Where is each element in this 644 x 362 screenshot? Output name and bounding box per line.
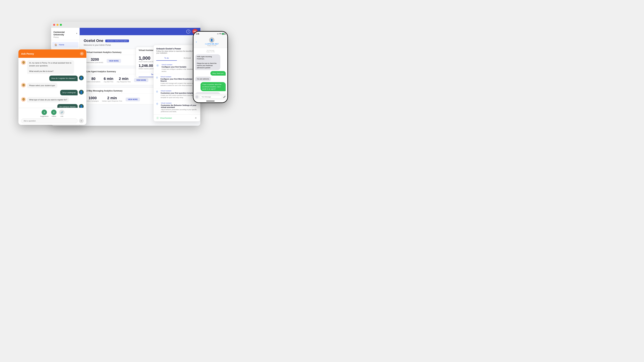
user-avatar-chat-2: 👤 <box>79 90 84 94</box>
messaging-view-more-button[interactable]: VIEW MORE <box>126 97 140 101</box>
contact-sub: Today 1:22 PM <box>198 45 225 46</box>
chat-close-button[interactable]: ✕ <box>80 52 84 55</box>
phone-bubble-incoming-3: Hello, my name is Rachel Spears and I'm … <box>195 92 220 94</box>
close-dot[interactable] <box>53 24 55 26</box>
page-title: Ocelot One <box>84 38 103 43</box>
videos-item[interactable]: 2 Videos <box>51 110 56 117</box>
list-item: ⓘ Virtual Assistant Customize the Behavi… <box>154 100 200 114</box>
avg-wait-label: Avg Wait Time <box>104 81 114 83</box>
chat-msg-text-3: What type of class do you want to regist… <box>29 99 67 101</box>
chat-bubble-user: How do I register for classes? <box>49 76 78 81</box>
chat-suggestions: 2 Suggestions 2 Videos 🔗 Link <box>21 110 84 117</box>
chat-message-4: 👤 1st yr undergrad <box>21 90 84 95</box>
calc-badge[interactable]: Calculation Method Description <box>105 39 129 42</box>
maximize-dot[interactable] <box>60 24 62 26</box>
chat-bubble-2: Please select your student type: <box>27 83 57 88</box>
unleash-close-button[interactable]: ✕ <box>194 116 198 120</box>
phone-back-button[interactable]: ‹ <box>196 40 197 43</box>
wifi-icon <box>219 33 221 35</box>
help-button[interactable]: ? <box>186 29 190 33</box>
va-interactions-stat: 3200 Interactions (Last Month) <box>86 57 103 63</box>
sidebar-username: Penny <box>54 36 77 38</box>
link-item[interactable]: 🔗 Link <box>59 110 64 117</box>
titlebar <box>51 22 200 28</box>
chat-message-2: 👤 How do I register for classes? <box>21 76 84 81</box>
va-info-icon-3: ⓘ <box>156 90 158 93</box>
phone-text-input[interactable] <box>200 95 222 98</box>
median-response-label: Median Agent Response Time <box>102 100 122 102</box>
chat-input[interactable] <box>21 118 78 123</box>
unleash-item-content-4: Virtual Assistant Customize the Behavior… <box>161 102 198 113</box>
unleash-item-desc-4: Adjust behavior parameters according to … <box>161 109 198 113</box>
chat-messages: 🦁 Hi, my name is Penny. I'm a virtual as… <box>18 58 86 108</box>
sidebar-header: Centennial University ▾ Penny <box>51 28 80 40</box>
phone-home-indicator <box>194 100 227 102</box>
videos-badge: 2 <box>51 110 56 115</box>
user-avatar-chat-3: 👤 <box>79 104 84 108</box>
unleash-item-type-4: Virtual Assistant <box>161 102 198 104</box>
chat-bubble-user-3: On-campus classes <box>57 104 78 108</box>
chat-msg-text-user-3: On-campus classes <box>59 106 76 108</box>
home-bar <box>206 101 214 101</box>
topbar: ? MK <box>80 28 200 35</box>
va-view-more-button[interactable]: VIEW MORE <box>107 59 121 63</box>
va-interactions-label: Interactions (Last Month) <box>86 62 103 63</box>
unleash-subtitle: Follow the steps below to maximize the b… <box>156 50 198 54</box>
unleash-title: Unleash Ocelot's Power <box>156 47 198 50</box>
suggestions-item[interactable]: 2 Suggestions <box>40 110 48 117</box>
unleash-item-title: Configure your first Variable <box>162 66 198 68</box>
chat-message-6: 👤 On-campus classes <box>21 104 84 108</box>
chat-bubble-3: What type of class do you want to regist… <box>27 97 69 103</box>
phone-bubble-incoming-1: Hello Again Incoming Freshman,Please be … <box>195 54 220 70</box>
chat-msg-text: Hi, my name is Penny. I'm a virtual assi… <box>29 62 72 72</box>
phone-mic-icon[interactable]: 🎤 <box>223 96 226 98</box>
org-selector[interactable]: Centennial University ▾ <box>54 31 77 36</box>
user-avatar-chat: 👤 <box>79 76 84 80</box>
median-response-stat: 2 min Median Agent Response Time <box>102 96 122 102</box>
live-agent-view-more-button[interactable]: VIEW MORE <box>134 78 148 82</box>
suggestions-label: Suggestions <box>40 115 48 117</box>
unleash-item-type-3: Virtual Assistant <box>160 90 198 92</box>
link-icon: 🔗 <box>59 110 64 115</box>
chat-bubble-user-2: 1st yr undergrad <box>60 90 78 95</box>
sidebar-item-home[interactable]: 🏠 Home <box>52 42 78 48</box>
phone-device: 1:35 ▪▪▪ ‹ 👤 +1 (970) 69 <box>193 31 228 103</box>
contact-name: +1 (970) 695-4827 <box>198 43 225 45</box>
signal-icon: ▪▪▪ <box>217 33 219 35</box>
battery-icon <box>222 33 225 35</box>
chat-message-3: 🦁 Please select your student type: <box>21 83 84 88</box>
phone-message-3: You are welcome. <box>195 77 226 81</box>
chat-input-row: ➤ <box>21 118 84 123</box>
chat-message-1: 🦁 Hi, my name is Penny. I'm a virtual as… <box>21 60 84 74</box>
phone-input-row: + 🎤 <box>194 94 227 100</box>
phone-status-icons: ▪▪▪ <box>217 33 225 35</box>
phone-message-5: Hello, my name is Rachel Spears and I'm … <box>195 92 226 94</box>
sidebar-item-home-label: Home <box>59 43 64 46</box>
unleash-footer: ✓ Virtual Assistant ✕ <box>154 114 200 121</box>
minimize-dot[interactable] <box>56 24 58 26</box>
campaigns-value: 1000 <box>86 96 99 100</box>
chat-msg-text-2: Please select your student type: <box>29 84 55 86</box>
chat-msg-text-user: How do I register for classes? <box>51 77 76 79</box>
unleash-item-desc-3: Create your first custom question from a… <box>160 94 198 98</box>
va-interactions-value: 3200 <box>86 57 103 62</box>
org-name: Centennial University <box>54 31 75 36</box>
phone-add-button[interactable]: + <box>195 95 199 99</box>
chat-footer: 2 Suggestions 2 Videos 🔗 Link ➤ <box>18 108 86 125</box>
unleash-item-content: Virtual Assistant Configure your first V… <box>162 64 198 72</box>
chat-bubble: Hi, my name is Penny. I'm a virtual assi… <box>27 60 74 74</box>
phone-msg-label: Text MessageToday 1:22 PM <box>195 50 226 53</box>
phone-message-1: Hello Again Incoming Freshman,Please be … <box>195 54 226 70</box>
active-conversations-value: 80 <box>86 77 100 81</box>
unleash-item-content-2: Virtual Assistant Configure your first W… <box>160 76 198 86</box>
chat-msg-text-user-2: 1st yr undergrad <box>62 91 76 93</box>
unleash-tab-todo[interactable]: To do <box>156 56 177 61</box>
close-icon: ✕ <box>81 52 83 55</box>
avg-response-value: 2 min <box>117 77 130 81</box>
penny-avatar-3: 🦁 <box>21 97 26 102</box>
phone-statusbar: 1:35 ▪▪▪ <box>194 32 227 36</box>
chat-send-button[interactable]: ➤ <box>79 118 84 123</box>
send-icon: ➤ <box>80 120 82 122</box>
unleash-item-type: Virtual Assistant <box>162 64 198 65</box>
phone-bubble-outgoing-2: I have a question about the enrollment d… <box>200 82 226 91</box>
